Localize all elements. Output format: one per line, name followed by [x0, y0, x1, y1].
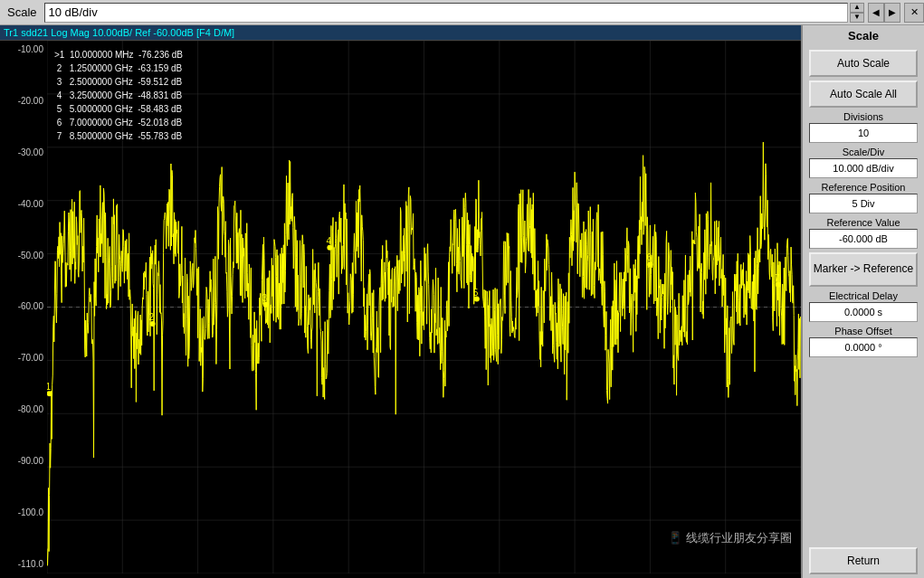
- nav-arrows: ◀ ▶: [868, 3, 900, 23]
- auto-scale-all-button[interactable]: Auto Scale All: [809, 81, 918, 108]
- spin-up[interactable]: ▲: [850, 3, 864, 13]
- y-label-10: -100.0: [0, 508, 47, 517]
- chart-body: -10.00 -20.00 -30.00 -40.00 -50.00 -60.0…: [0, 41, 801, 573]
- scale-div-section: Scale/Div 10.000 dB/div: [809, 147, 918, 178]
- watermark-text: 线缆行业朋友分享圈: [686, 531, 792, 545]
- auto-scale-button[interactable]: Auto Scale: [809, 50, 918, 77]
- marker-6: 6 7.0000000 GHz -52.018 dB: [54, 116, 183, 129]
- elec-delay-label: Electrical Delay: [809, 290, 918, 301]
- marker-1: >1 10.000000 MHz -76.236 dB: [54, 48, 183, 62]
- ref-val-label: Reference Value: [809, 217, 918, 228]
- marker-5: 5 5.0000000 GHz -58.483 dB: [54, 102, 183, 116]
- elec-delay-section: Electrical Delay 0.0000 s: [809, 290, 918, 322]
- ref-val-section: Reference Value -60.000 dB: [809, 217, 918, 249]
- main-content: Tr1 sdd21 Log Mag 10.00dB/ Ref -60.00dB …: [0, 25, 924, 578]
- y-label-11: -110.0: [0, 560, 47, 569]
- marker-info: >1 10.000000 MHz -76.236 dB 2 1.2500000 …: [54, 48, 183, 143]
- right-panel: Scale Auto Scale Auto Scale All Division…: [801, 25, 924, 578]
- ref-val-value[interactable]: -60.000 dB: [809, 229, 918, 249]
- arrow-right[interactable]: ▶: [884, 3, 900, 23]
- close-button[interactable]: ✕: [904, 3, 924, 23]
- marker-7: 7 8.5000000 GHz -55.783 dB: [54, 129, 183, 143]
- y-label-4: -40.00: [0, 200, 47, 209]
- ref-pos-label: Reference Position: [809, 182, 918, 193]
- arrow-left[interactable]: ◀: [868, 3, 884, 23]
- y-label-9: -90.00: [0, 457, 47, 466]
- scale-input[interactable]: [44, 3, 848, 23]
- y-label-1: -10.00: [0, 45, 47, 54]
- spin-down[interactable]: ▼: [850, 13, 864, 23]
- marker-3: 3 2.5000000 GHz -59.512 dB: [54, 75, 183, 89]
- elec-delay-value[interactable]: 0.0000 s: [809, 302, 918, 322]
- phase-offset-section: Phase Offset 0.0000 °: [809, 326, 918, 357]
- divisions-label: Divisions: [809, 111, 918, 122]
- marker-ref-button[interactable]: Marker -> Reference: [809, 252, 918, 287]
- ref-pos-value[interactable]: 5 Div: [809, 194, 918, 213]
- chart-header: Tr1 sdd21 Log Mag 10.00dB/ Ref -60.00dB …: [0, 25, 801, 41]
- phase-offset-value[interactable]: 0.0000 °: [809, 337, 918, 357]
- watermark: 📱 线缆行业朋友分享圈: [668, 530, 792, 546]
- marker-4: 4 3.2500000 GHz -48.831 dB: [54, 89, 183, 102]
- marker-2: 2 1.2500000 GHz -63.159 dB: [54, 62, 183, 75]
- y-label-5: -50.00: [0, 251, 47, 261]
- y-label-6: -60.00: [0, 302, 47, 311]
- divisions-section: Divisions 10: [809, 111, 918, 143]
- top-bar: Scale ▲ ▼ ◀ ▶ ✕: [0, 0, 924, 25]
- y-label-2: -20.00: [0, 97, 47, 106]
- y-label-8: -80.00: [0, 405, 47, 414]
- scale-div-label: Scale/Div: [809, 147, 918, 157]
- panel-title: Scale: [848, 29, 879, 43]
- y-label-3: -30.00: [0, 148, 47, 157]
- scale-spinners: ▲ ▼: [850, 3, 864, 23]
- scale-div-value[interactable]: 10.000 dB/div: [809, 158, 918, 178]
- return-button[interactable]: Return: [809, 547, 918, 574]
- chart-area: Tr1 sdd21 Log Mag 10.00dB/ Ref -60.00dB …: [0, 25, 801, 578]
- scale-label: Scale: [0, 5, 44, 19]
- ref-pos-section: Reference Position 5 Div: [809, 182, 918, 213]
- phase-offset-label: Phase Offset: [809, 326, 918, 336]
- y-label-7: -70.00: [0, 354, 47, 363]
- divisions-value[interactable]: 10: [809, 123, 918, 143]
- y-axis: -10.00 -20.00 -30.00 -40.00 -50.00 -60.0…: [0, 41, 47, 573]
